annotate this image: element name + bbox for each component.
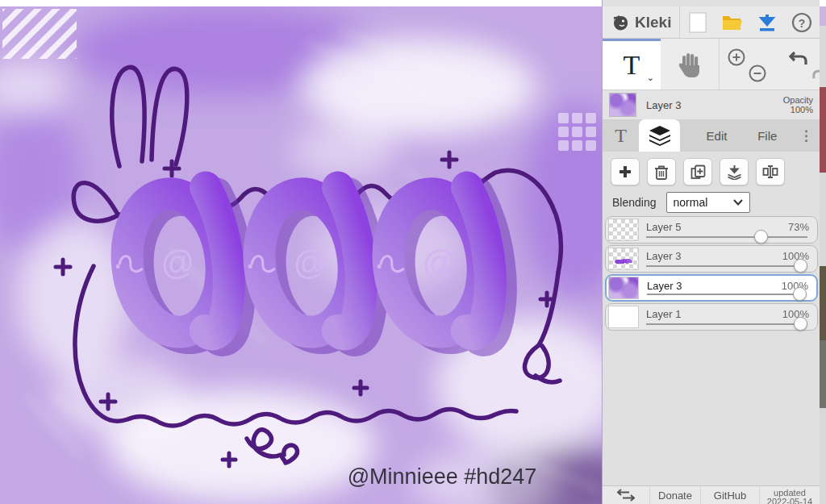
merge-down-icon: [727, 165, 742, 180]
blending-row: Blending normal: [603, 192, 820, 213]
panel-tabs: T Edit File ⋮: [603, 119, 820, 152]
layer-row[interactable]: Layer 5 73%: [605, 216, 818, 244]
hatch-texture: [2, 9, 77, 59]
layer-name: Layer 1: [646, 308, 681, 320]
rename-icon: [762, 165, 778, 179]
blending-label: Blending: [612, 196, 657, 209]
zoom-in-button[interactable]: [728, 48, 745, 69]
new-page-icon: [689, 12, 707, 33]
grid-decoration: [558, 113, 596, 151]
history-controls: [776, 39, 820, 90]
opacity-slider[interactable]: [647, 294, 807, 295]
app-title: Kleki: [635, 14, 671, 31]
opacity-slider[interactable]: [646, 236, 807, 238]
layers-icon: [649, 125, 671, 146]
opacity-slider-knob[interactable]: [794, 317, 807, 331]
zoom-out-button[interactable]: [749, 65, 766, 85]
help-icon: ?: [791, 12, 812, 33]
tool-bar: T ⌄: [603, 39, 820, 90]
opacity-slider-knob[interactable]: [794, 259, 807, 273]
zoom-in-icon: [728, 48, 745, 66]
active-layer-name: Layer 3: [646, 99, 681, 111]
rename-layer-button[interactable]: [756, 158, 785, 185]
layer-thumbnail: [608, 277, 639, 299]
updated-status: updated 2022-05-14: [760, 486, 820, 504]
plus-icon: [618, 165, 632, 179]
blending-select[interactable]: normal: [666, 192, 750, 213]
lettering-aaa: @ @: [107, 185, 508, 352]
github-link[interactable]: GitHub: [701, 486, 760, 504]
layer-row[interactable]: Layer 3 100%: [605, 245, 818, 273]
at-decoration: @: [290, 242, 329, 284]
layer-name: Layer 3: [647, 280, 682, 292]
artwork: @ @: [0, 6, 602, 504]
layer-name: Layer 3: [646, 250, 681, 262]
swap-colors-button[interactable]: [603, 486, 650, 504]
folder-icon: [721, 13, 744, 32]
text-tool-button[interactable]: T ⌄: [603, 39, 661, 90]
opacity-slider-knob[interactable]: [754, 230, 768, 244]
layer-actions: [603, 158, 785, 185]
at-decoration: @: [158, 242, 197, 284]
opacity-slider[interactable]: [646, 323, 807, 325]
trash-icon: [654, 165, 669, 180]
undo-icon: [789, 50, 808, 68]
active-layer-preview: Layer 3 Opacity 100%: [603, 90, 820, 119]
hand-icon: [678, 51, 702, 78]
layer-thumbnail: [608, 306, 639, 328]
screen-edge-background: [820, 0, 826, 504]
duplicate-icon: [690, 165, 706, 180]
layer-name: Layer 5: [646, 221, 681, 233]
tool-dropdown-chevron-icon[interactable]: ⌄: [647, 73, 654, 83]
kleki-app-window: @ @: [0, 0, 826, 504]
signature-text: @Minnieee #hd247: [348, 464, 537, 489]
layer-thumbnail: [608, 248, 639, 270]
duplicate-layer-button[interactable]: [683, 158, 712, 185]
tab-file[interactable]: File: [742, 119, 793, 152]
active-layer-thumbnail[interactable]: [609, 93, 636, 117]
kleki-logo-icon: [611, 12, 632, 33]
layer-thumbnail: [608, 219, 639, 241]
help-button[interactable]: ?: [788, 10, 816, 35]
footer-bar: Donate GitHub updated 2022-05-14: [603, 485, 820, 504]
open-file-button[interactable]: [719, 10, 746, 35]
download-icon: [757, 13, 777, 32]
tab-layers[interactable]: [639, 119, 680, 152]
layer-opacity-value: 73%: [788, 221, 809, 233]
layer-row[interactable]: Layer 1 100%: [605, 303, 818, 331]
text-tool-glyph: T: [624, 52, 640, 79]
drawing-canvas[interactable]: @ @: [0, 6, 602, 504]
blending-value: normal: [674, 196, 708, 209]
at-decoration: @: [419, 242, 458, 284]
active-layer-opacity: Opacity 100%: [783, 95, 813, 115]
tab-edit[interactable]: Edit: [691, 119, 742, 152]
layer-row-selected[interactable]: Layer 3 100%: [605, 274, 818, 302]
chevron-down-icon: [733, 199, 743, 206]
delete-layer-button[interactable]: [647, 158, 676, 185]
opacity-slider-knob[interactable]: [793, 287, 807, 301]
layer-list: Layer 5 73% Layer 3 100% Layer 3 100% La…: [605, 216, 818, 331]
zoom-out-icon: [749, 65, 766, 82]
top-bar: Kleki: [603, 6, 820, 39]
swap-arrows-icon: [617, 489, 635, 502]
kleki-logo[interactable]: Kleki: [603, 6, 680, 38]
hand-tool-button[interactable]: [661, 39, 719, 90]
opacity-slider[interactable]: [646, 265, 807, 267]
add-layer-button[interactable]: [611, 158, 640, 185]
undo-button[interactable]: [789, 50, 808, 70]
side-panel: Kleki: [602, 0, 820, 504]
download-button[interactable]: [753, 10, 781, 35]
svg-text:?: ?: [799, 17, 806, 30]
tab-menu-dots[interactable]: ⋮: [793, 119, 820, 152]
zoom-controls: [720, 39, 776, 90]
donate-link[interactable]: Donate: [650, 486, 701, 504]
merge-down-button[interactable]: [720, 158, 749, 185]
tab-text[interactable]: T: [603, 119, 639, 152]
new-image-button[interactable]: [684, 10, 711, 35]
